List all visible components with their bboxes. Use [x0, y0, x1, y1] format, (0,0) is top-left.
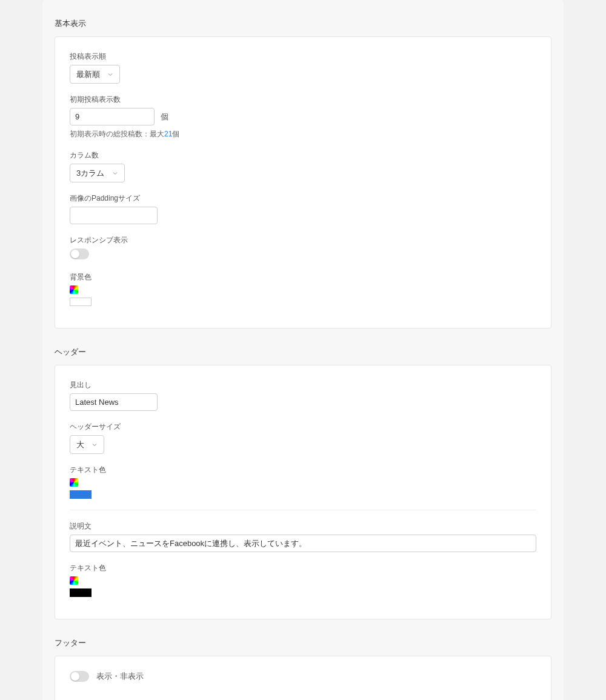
- toggle-footer-visibility[interactable]: [70, 671, 89, 682]
- swatch-text-color-2[interactable]: [70, 588, 92, 597]
- card-header: 見出し ヘッダーサイズ 大 テキスト色: [55, 365, 551, 619]
- field-header-size: ヘッダーサイズ 大: [70, 422, 536, 454]
- help-initial-count: 初期表示時の総投稿数：最大21個: [70, 129, 536, 139]
- color-wheel-icon[interactable]: [70, 478, 78, 487]
- field-bgcolor: 背景色: [70, 272, 536, 306]
- label-desc: 説明文: [70, 521, 536, 532]
- suffix-count: 個: [161, 112, 168, 121]
- field-post-order: 投稿表示順 最新順: [70, 52, 536, 84]
- label-initial-count: 初期投稿表示数: [70, 95, 536, 105]
- label-padding: 画像のPaddingサイズ: [70, 193, 536, 204]
- field-padding: 画像のPaddingサイズ: [70, 193, 536, 224]
- swatch-bgcolor[interactable]: [70, 298, 92, 306]
- field-columns: カラム数 3カラム: [70, 150, 536, 182]
- label-post-order: 投稿表示順: [70, 52, 536, 62]
- section-title-footer: フッター: [55, 619, 551, 656]
- divider: [70, 510, 536, 510]
- input-padding[interactable]: [70, 207, 158, 224]
- input-desc[interactable]: [70, 535, 536, 552]
- label-text-color-1: テキスト色: [70, 465, 536, 475]
- input-initial-count[interactable]: [70, 108, 155, 125]
- toggle-responsive[interactable]: [70, 248, 89, 259]
- select-header-size[interactable]: 大: [70, 435, 104, 454]
- label-columns: カラム数: [70, 150, 536, 161]
- field-responsive: レスポンシブ表示: [70, 235, 536, 261]
- swatch-text-color-1[interactable]: [70, 490, 92, 499]
- card-footer: 表示・非表示: [55, 656, 551, 700]
- field-text-color-1: テキスト色: [70, 465, 536, 499]
- color-wheel-icon[interactable]: [70, 285, 78, 294]
- select-columns[interactable]: 3カラム: [70, 164, 125, 182]
- label-bgcolor: 背景色: [70, 272, 536, 282]
- color-wheel-icon[interactable]: [70, 576, 78, 585]
- field-text-color-2: テキスト色: [70, 563, 536, 597]
- input-heading[interactable]: [70, 393, 158, 411]
- card-basic: 投稿表示順 最新順 初期投稿表示数 個 初期表示時の総投稿数：最大21個: [55, 36, 551, 328]
- field-heading: 見出し: [70, 380, 536, 411]
- label-footer-toggle: 表示・非表示: [96, 671, 144, 682]
- select-post-order[interactable]: 最新順: [70, 65, 120, 84]
- section-title-basic: 基本表示: [55, 0, 551, 36]
- field-footer-toggle: 表示・非表示: [70, 671, 536, 682]
- label-header-size: ヘッダーサイズ: [70, 422, 536, 432]
- label-responsive: レスポンシブ表示: [70, 235, 536, 245]
- field-initial-count: 初期投稿表示数 個 初期表示時の総投稿数：最大21個: [70, 95, 536, 139]
- field-desc: 説明文: [70, 521, 536, 552]
- section-title-header: ヘッダー: [55, 328, 551, 365]
- label-heading: 見出し: [70, 380, 536, 390]
- label-text-color-2: テキスト色: [70, 563, 536, 573]
